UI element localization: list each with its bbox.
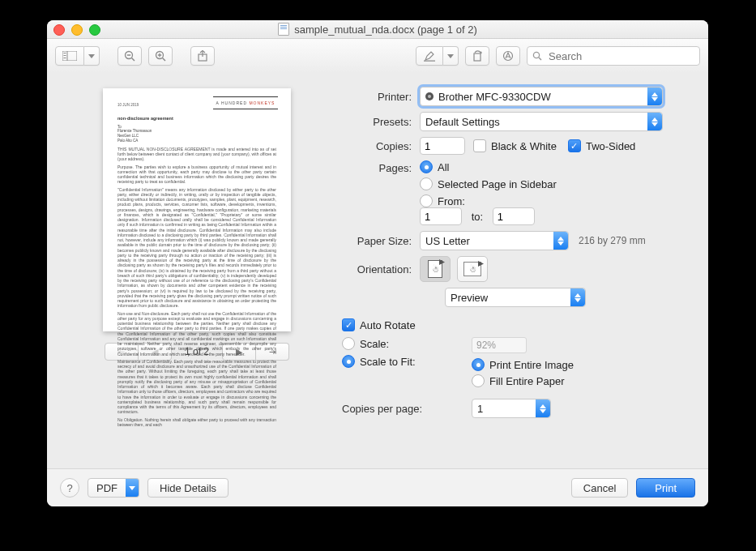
svg-marker-25 xyxy=(651,117,658,122)
titlebar: sample_mutual_nda.docx (page 1 of 2) xyxy=(47,20,708,39)
svg-point-20 xyxy=(504,52,513,61)
svg-marker-23 xyxy=(651,92,658,96)
radio-icon xyxy=(420,194,433,207)
minimize-window-button[interactable] xyxy=(71,24,83,36)
hide-details-button[interactable]: Hide Details xyxy=(147,478,229,498)
presets-label: Presets: xyxy=(342,116,412,128)
svg-marker-5 xyxy=(88,54,95,58)
zoom-window-button[interactable] xyxy=(89,24,100,36)
copies-per-page-label: Copies per page: xyxy=(342,403,463,415)
svg-rect-0 xyxy=(62,51,77,61)
radio-icon xyxy=(420,177,433,190)
chevron-updown-icon xyxy=(553,232,568,250)
close-window-button[interactable] xyxy=(53,24,65,36)
printer-select[interactable]: Brother MFC-9330CDW xyxy=(420,87,663,106)
printer-label: Printer: xyxy=(342,91,412,103)
page-thumbnail[interactable]: A HUNDRED MONKEYS 10 JUN 2019 non-disclo… xyxy=(103,88,291,331)
print-options: Printer: Brother MFC-9330CDW Presets: De… xyxy=(339,72,708,469)
window-title-text: sample_mutual_nda.docx (page 1 of 2) xyxy=(294,23,476,36)
svg-marker-15 xyxy=(425,52,434,60)
chevron-updown-icon xyxy=(647,88,662,105)
copies-label: Copies: xyxy=(342,140,412,152)
orientation-label: Orientation: xyxy=(342,263,412,276)
chevron-down-icon xyxy=(126,478,139,498)
pages-to-input[interactable] xyxy=(493,207,535,225)
svg-marker-19 xyxy=(481,51,482,54)
paper-size-hint: 216 by ­279 mm xyxy=(579,235,646,246)
svg-marker-30 xyxy=(574,298,581,302)
auto-rotate-checkbox[interactable]: ✓ Auto Rotate xyxy=(342,318,416,331)
preview-pane: A HUNDRED MONKEYS 10 JUN 2019 non-disclo… xyxy=(47,72,339,469)
pages-from-input[interactable] xyxy=(420,207,462,225)
paper-size-select[interactable]: US Letter xyxy=(420,231,569,250)
svg-marker-33 xyxy=(129,486,135,490)
paper-size-label: Paper Size: xyxy=(342,235,412,247)
svg-line-10 xyxy=(163,58,166,62)
svg-rect-2 xyxy=(64,53,66,53)
svg-point-6 xyxy=(126,52,133,59)
copies-per-page-select[interactable]: 1 xyxy=(472,399,551,418)
svg-rect-13 xyxy=(199,54,207,61)
scale-value: 92% xyxy=(472,337,527,353)
search-field[interactable] xyxy=(527,46,700,66)
radio-icon xyxy=(342,337,355,350)
markup-toolbar-button[interactable] xyxy=(496,46,520,66)
help-button[interactable]: ? xyxy=(60,478,79,498)
orientation-portrait-button[interactable]: ☃ xyxy=(420,256,451,282)
highlight-button[interactable] xyxy=(416,46,443,66)
two-sided-checkbox[interactable]: ✓ Two-Sided xyxy=(568,139,635,152)
window-title: sample_mutual_nda.docx (page 1 of 2) xyxy=(278,23,476,36)
dialog-body: A HUNDRED MONKEYS 10 JUN 2019 non-disclo… xyxy=(47,72,708,469)
scale-to-fit-radio[interactable]: Scale to Fit: xyxy=(342,355,460,368)
svg-marker-28 xyxy=(557,241,564,246)
radio-selected-icon xyxy=(342,355,355,368)
pages-all-radio[interactable]: All xyxy=(420,160,557,173)
svg-line-22 xyxy=(539,58,541,60)
pages-label: Pages: xyxy=(342,160,412,174)
presets-select[interactable]: Default Settings xyxy=(420,112,663,131)
bw-checkbox[interactable]: Black & White xyxy=(473,139,557,152)
checkbox-checked-icon: ✓ xyxy=(568,139,581,152)
svg-line-7 xyxy=(132,58,135,62)
search-input[interactable] xyxy=(547,49,694,63)
cancel-button[interactable]: Cancel xyxy=(571,478,628,498)
toolbar xyxy=(47,39,708,74)
radio-selected-icon xyxy=(472,358,485,371)
fill-entire-paper-radio[interactable]: Fill Entire Paper xyxy=(472,374,677,387)
scale-radio[interactable]: Scale: xyxy=(342,337,460,350)
zoom-out-button[interactable] xyxy=(117,46,142,66)
share-button[interactable] xyxy=(190,46,215,66)
svg-rect-4 xyxy=(64,58,66,58)
sidebar-menu-button[interactable] xyxy=(84,46,100,66)
copies-input[interactable] xyxy=(420,137,465,155)
svg-marker-31 xyxy=(540,404,546,408)
highlight-menu-button[interactable] xyxy=(443,46,459,66)
svg-marker-17 xyxy=(447,54,454,58)
sidebar-segment xyxy=(55,46,100,66)
print-dialog-window: sample_mutual_nda.docx (page 1 of 2) xyxy=(47,20,708,506)
pages-to-label: to: xyxy=(472,211,483,223)
svg-marker-26 xyxy=(651,122,658,126)
zoom-in-button[interactable] xyxy=(148,46,173,66)
rotate-button[interactable] xyxy=(465,46,489,66)
pages-selected-radio[interactable]: Selected Page in Sidebar xyxy=(420,177,557,190)
chevron-updown-icon xyxy=(570,288,585,306)
doc-recipient: ToFlorence ThomassonNexGen LLCPalo Alto … xyxy=(117,125,276,143)
sidebar-toggle-button[interactable] xyxy=(55,46,84,66)
dialog-footer: ? PDF Hide Details Cancel Print xyxy=(47,468,708,506)
print-entire-image-radio[interactable]: Print Entire Image xyxy=(472,358,677,371)
chevron-updown-icon xyxy=(647,113,662,130)
svg-point-9 xyxy=(156,52,164,59)
print-button[interactable]: Print xyxy=(636,478,695,498)
radio-selected-icon xyxy=(420,160,433,173)
search-icon xyxy=(532,51,542,61)
pdf-menu-button[interactable]: PDF xyxy=(88,478,139,498)
doc-logo: A HUNDRED MONKEYS xyxy=(213,96,278,109)
pages-from-radio[interactable]: From: xyxy=(420,194,563,207)
svg-rect-3 xyxy=(64,55,66,56)
document-icon xyxy=(278,23,289,36)
svg-marker-32 xyxy=(540,409,546,413)
app-options-select[interactable]: Preview xyxy=(445,288,586,307)
orientation-landscape-button[interactable]: ☃ xyxy=(457,256,488,282)
svg-marker-24 xyxy=(651,97,658,101)
